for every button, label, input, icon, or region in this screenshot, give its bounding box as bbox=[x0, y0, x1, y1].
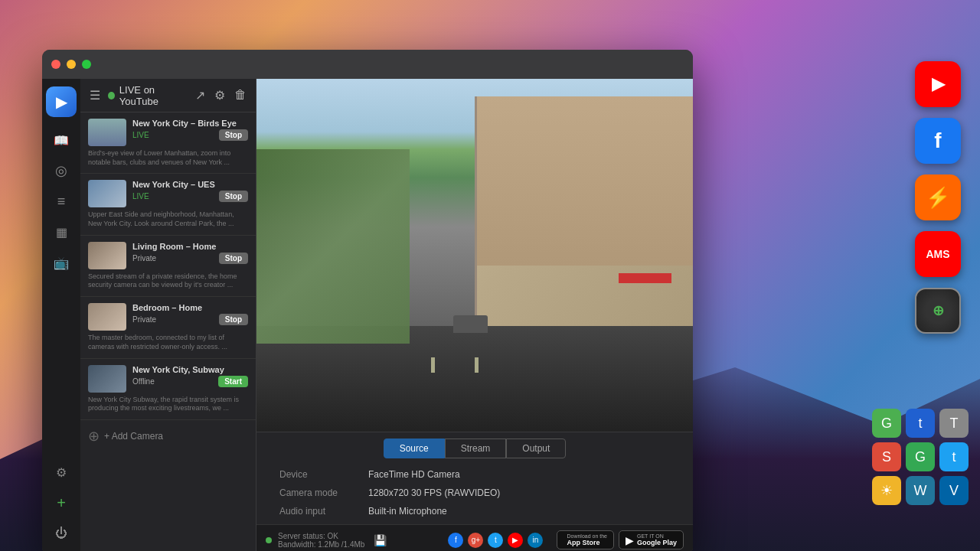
appstore-badge[interactable]: Download on the App Store bbox=[557, 530, 614, 549]
small-app-3[interactable]: T bbox=[939, 409, 969, 438]
video-preview bbox=[256, 79, 693, 432]
store-badges: Download on the App Store ▶ GET IT ON Go… bbox=[557, 530, 684, 549]
add-camera-button[interactable]: ⊕ + Add Camera bbox=[80, 420, 256, 452]
camera-list: ☰ LIVE on YouTube ↗ ⚙ 🗑 bbox=[80, 79, 256, 551]
share-icon[interactable]: ↗ bbox=[195, 88, 205, 103]
title-bar bbox=[42, 50, 693, 79]
camera-item-bedroom[interactable]: Bedroom – Home Private Stop The master b… bbox=[80, 297, 256, 358]
googleplay-top-text: GET IT ON bbox=[637, 533, 677, 539]
tab-source[interactable]: Source bbox=[384, 439, 445, 458]
live-dot bbox=[108, 92, 115, 99]
server-status-dot bbox=[266, 537, 272, 543]
hamburger-icon[interactable]: ☰ bbox=[90, 88, 100, 103]
googleplay-badge[interactable]: ▶ GET IT ON Google Play bbox=[619, 530, 684, 549]
car bbox=[453, 315, 488, 333]
small-app-8[interactable]: W bbox=[906, 476, 935, 505]
facebook-icon: f bbox=[934, 129, 941, 153]
add-camera-label: + Add Camera bbox=[104, 431, 163, 442]
status-badge-bedroom: Private bbox=[132, 315, 156, 324]
start-button-subway[interactable]: Start bbox=[218, 376, 248, 387]
stop-button-nyc-ues[interactable]: Stop bbox=[219, 191, 248, 202]
server-status-text: Server status: OK bbox=[278, 532, 364, 540]
camera-thumb-nyc-ues bbox=[88, 180, 126, 207]
street-scene bbox=[256, 79, 693, 432]
five-app-icon[interactable]: ⊕ bbox=[915, 288, 961, 334]
sidebar-icons: ▶ 📖 ◎ ≡ ▦ 📺 ⚙ + ⏻ bbox=[42, 79, 80, 551]
ams-app-icon[interactable]: AMS bbox=[915, 231, 961, 277]
live-indicator: LIVE on YouTube bbox=[108, 84, 188, 107]
maximize-button[interactable] bbox=[82, 60, 91, 69]
camera-desc-subway: New York City Subway, the rapid transit … bbox=[88, 396, 248, 413]
app-window: ▶ 📖 ◎ ≡ ▦ 📺 ⚙ + ⏻ ☰ LIVE on YouTube ↗ bbox=[42, 50, 693, 551]
camera-desc-bedroom: The master bedroom, connected to my list… bbox=[88, 334, 248, 351]
server-status-area: Server status: OK Bandwidth: 1.2Mb /1.4M… bbox=[278, 532, 364, 549]
gplus-social-icon[interactable]: g+ bbox=[468, 533, 483, 548]
status-badge-subway: Offline bbox=[132, 377, 155, 386]
stop-button-nyc-birds[interactable]: Stop bbox=[219, 129, 248, 141]
camera-desc-nyc-birds: Bird's-eye view of Lower Manhattan, zoom… bbox=[88, 149, 248, 167]
device-label: Device bbox=[279, 469, 338, 480]
youtube-social-icon[interactable]: ▶ bbox=[508, 533, 523, 548]
delete-icon[interactable]: 🗑 bbox=[234, 88, 247, 103]
footer: Server status: OK Bandwidth: 1.2Mb /1.4M… bbox=[256, 524, 693, 551]
sidebar-icon-list[interactable]: ≡ bbox=[47, 187, 75, 215]
stop-button-bedroom[interactable]: Stop bbox=[219, 314, 248, 325]
status-badge-nyc-birds: LIVE bbox=[132, 131, 149, 139]
camera-item-nyc-birds[interactable]: New York City – Birds Eye LIVE Stop Bird… bbox=[80, 112, 256, 174]
camera-thumb-living-room bbox=[88, 242, 126, 269]
main-layout: ▶ 📖 ◎ ≡ ▦ 📺 ⚙ + ⏻ ☰ LIVE on YouTube ↗ bbox=[42, 79, 693, 551]
google-play-icon: ▶ bbox=[626, 534, 634, 546]
sidebar-icon-grid[interactable]: ▦ bbox=[47, 218, 75, 246]
small-app-7[interactable]: ☀ bbox=[872, 476, 901, 505]
small-app-2[interactable]: t bbox=[906, 409, 935, 438]
stop-button-living-room[interactable]: Stop bbox=[219, 253, 248, 264]
camera-thumb-bedroom bbox=[88, 303, 126, 331]
small-app-5[interactable]: G bbox=[906, 442, 935, 471]
lightning-app-icon[interactable]: ⚡ bbox=[915, 174, 961, 220]
sidebar-icon-settings[interactable]: ⚙ bbox=[47, 458, 75, 486]
sidebar-icon-location[interactable]: ◎ bbox=[47, 157, 75, 184]
facebook-app-icon[interactable]: f bbox=[915, 118, 961, 164]
sidebar-icon-monitor[interactable]: 📺 bbox=[47, 249, 75, 276]
audio-input-value: Built-in Microphone bbox=[368, 506, 670, 517]
add-camera-icon: ⊕ bbox=[88, 428, 100, 445]
linkedin-social-icon[interactable]: in bbox=[528, 533, 543, 548]
camera-item-subway[interactable]: New York City, Subway Offline Start New … bbox=[80, 359, 256, 420]
facebook-social-icon[interactable]: f bbox=[448, 533, 463, 548]
bandwidth-text: Bandwidth: 1.2Mb /1.4Mb bbox=[278, 540, 364, 549]
small-app-4[interactable]: S bbox=[872, 442, 901, 471]
twitter-social-icon[interactable]: t bbox=[488, 533, 503, 548]
minimize-button[interactable] bbox=[67, 60, 76, 69]
camera-name-subway: New York City, Subway bbox=[132, 365, 248, 374]
camera-desc-living-room: Secured stream of a private residence, t… bbox=[88, 272, 248, 290]
camera-name-living-room: Living Room – Home bbox=[132, 242, 248, 251]
camera-name-bedroom: Bedroom – Home bbox=[132, 303, 248, 312]
social-icons: f g+ t ▶ in bbox=[448, 533, 543, 548]
device-value: FaceTime HD Camera bbox=[368, 469, 670, 480]
youtube-icon: ▶ bbox=[932, 74, 945, 94]
close-button[interactable] bbox=[51, 60, 60, 69]
top-bar-actions: ↗ ⚙ 🗑 bbox=[195, 88, 247, 103]
tab-row: Source Stream Output bbox=[256, 432, 693, 461]
tab-stream[interactable]: Stream bbox=[445, 439, 507, 458]
camera-mode-value: 980x551 30 FPS (RAWVIDEO) bbox=[368, 487, 670, 498]
camera-item-nyc-ues[interactable]: New York City – UES LIVE Stop Upper East… bbox=[80, 174, 256, 235]
live-status-text: LIVE on YouTube bbox=[119, 84, 188, 107]
small-app-6[interactable]: t bbox=[939, 442, 969, 471]
camera-name-nyc-ues: New York City – UES bbox=[132, 180, 248, 189]
camera-item-living-room[interactable]: Living Room – Home Private Stop Secured … bbox=[80, 236, 256, 297]
logo-icon[interactable]: ▶ bbox=[46, 86, 77, 117]
settings-icon[interactable]: ⚙ bbox=[214, 88, 225, 103]
sidebar-icon-power[interactable]: ⏻ bbox=[47, 520, 75, 547]
sidebar-icon-plus[interactable]: + bbox=[47, 489, 75, 517]
googleplay-name: Google Play bbox=[637, 539, 677, 546]
camera-mode-label: Camera mode bbox=[279, 487, 338, 498]
bottom-panel: Source Stream Output Device FaceTime HD … bbox=[256, 432, 693, 551]
small-app-1[interactable]: G bbox=[872, 409, 901, 438]
sidebar-icon-book[interactable]: 📖 bbox=[47, 126, 75, 154]
source-info: Device FaceTime HD Camera Camera mode 12… bbox=[256, 461, 693, 524]
tab-output[interactable]: Output bbox=[506, 439, 566, 458]
camera-list-topbar: ☰ LIVE on YouTube ↗ ⚙ 🗑 bbox=[80, 79, 256, 112]
youtube-app-icon[interactable]: ▶ bbox=[915, 61, 961, 107]
small-app-9[interactable]: V bbox=[939, 476, 969, 505]
